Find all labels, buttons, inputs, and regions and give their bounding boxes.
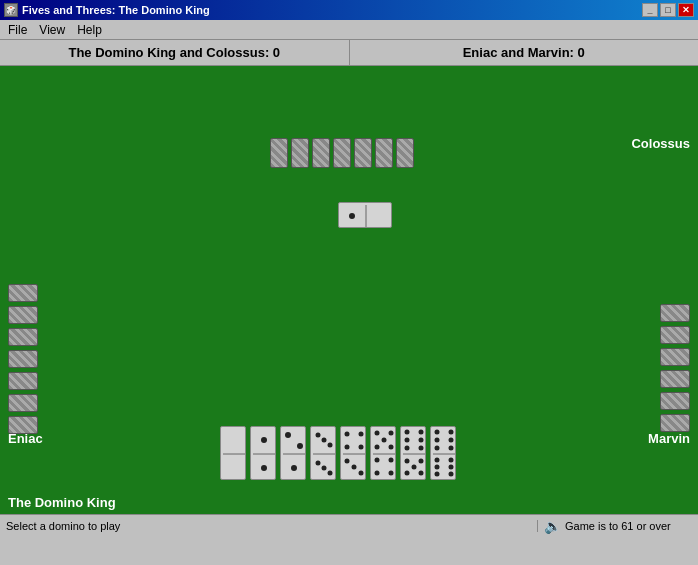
svg-point-46 <box>419 471 424 476</box>
svg-point-50 <box>435 438 440 443</box>
svg-point-20 <box>345 445 350 450</box>
svg-point-29 <box>375 445 380 450</box>
svg-point-49 <box>449 430 454 435</box>
svg-point-36 <box>405 430 410 435</box>
svg-point-14 <box>316 461 321 466</box>
king-tile-3[interactable] <box>310 426 336 480</box>
king-tile-2[interactable] <box>280 426 306 480</box>
svg-point-56 <box>435 465 440 470</box>
eniac-tile-1 <box>8 284 38 302</box>
game-area: Colossus Eniac Marvin The Domino King <box>0 66 698 514</box>
maximize-button[interactable]: □ <box>660 3 676 17</box>
king-tile-0[interactable] <box>220 426 246 480</box>
svg-point-28 <box>382 438 387 443</box>
score-left: The Domino King and Colossus: 0 <box>0 40 350 65</box>
svg-point-32 <box>389 458 394 463</box>
colossus-tile-6 <box>375 138 393 168</box>
svg-point-34 <box>389 471 394 476</box>
eniac-tile-4 <box>8 350 38 368</box>
king-tile-5[interactable] <box>370 426 396 480</box>
svg-point-39 <box>419 438 424 443</box>
svg-point-1 <box>349 213 355 219</box>
status-right: 🔈 Game is to 61 or over <box>538 518 698 534</box>
svg-point-45 <box>405 471 410 476</box>
svg-point-31 <box>375 458 380 463</box>
svg-point-58 <box>435 472 440 477</box>
status-bar: Select a domino to play 🔈 Game is to 61 … <box>0 514 698 536</box>
svg-point-37 <box>419 430 424 435</box>
svg-point-43 <box>419 459 424 464</box>
svg-point-22 <box>345 459 350 464</box>
eniac-tile-6 <box>8 394 38 412</box>
svg-point-19 <box>359 432 364 437</box>
menu-view[interactable]: View <box>33 21 71 39</box>
title-bar: 🎲 Fives and Threes: The Domino King _ □ … <box>0 0 698 20</box>
title-buttons[interactable]: _ □ ✕ <box>642 3 694 17</box>
king-tile-4[interactable] <box>340 426 366 480</box>
score-bar: The Domino King and Colossus: 0 Eniac an… <box>0 40 698 66</box>
king-tile-7[interactable] <box>430 426 456 480</box>
marvin-tile-1 <box>660 304 690 322</box>
svg-point-53 <box>449 446 454 451</box>
marvin-tile-3 <box>660 348 690 366</box>
svg-point-57 <box>449 465 454 470</box>
player-marvin: Marvin <box>648 431 690 446</box>
svg-point-15 <box>322 466 327 471</box>
svg-point-21 <box>359 445 364 450</box>
svg-point-23 <box>352 465 357 470</box>
menu-bar: File View Help <box>0 20 698 40</box>
marvin-tile-4 <box>660 370 690 388</box>
svg-point-54 <box>435 458 440 463</box>
svg-point-55 <box>449 458 454 463</box>
svg-point-18 <box>345 432 350 437</box>
menu-file[interactable]: File <box>2 21 33 39</box>
eniac-tile-5 <box>8 372 38 390</box>
svg-point-16 <box>328 471 333 476</box>
svg-point-7 <box>285 432 291 438</box>
app-icon: 🎲 <box>4 3 18 17</box>
king-tile-1[interactable] <box>250 426 276 480</box>
svg-point-40 <box>405 446 410 451</box>
colossus-tile-4 <box>333 138 351 168</box>
speaker-icon: 🔈 <box>544 518 561 534</box>
menu-help[interactable]: Help <box>71 21 108 39</box>
colossus-tile-5 <box>354 138 372 168</box>
title-bar-left: 🎲 Fives and Threes: The Domino King <box>4 3 210 17</box>
colossus-tile-1 <box>270 138 288 168</box>
svg-point-44 <box>412 465 417 470</box>
marvin-tile-5 <box>660 392 690 410</box>
svg-point-48 <box>435 430 440 435</box>
eniac-tile-3 <box>8 328 38 346</box>
player-colossus: Colossus <box>631 136 690 151</box>
close-button[interactable]: ✕ <box>678 3 694 17</box>
center-domino <box>338 202 392 228</box>
svg-point-4 <box>261 437 267 443</box>
svg-point-9 <box>291 465 297 471</box>
svg-point-26 <box>375 431 380 436</box>
svg-point-59 <box>449 472 454 477</box>
svg-point-12 <box>322 438 327 443</box>
svg-point-5 <box>261 465 267 471</box>
title-text: Fives and Threes: The Domino King <box>22 4 210 16</box>
svg-point-8 <box>297 443 303 449</box>
score-right: Eniac and Marvin: 0 <box>350 40 699 65</box>
minimize-button[interactable]: _ <box>642 3 658 17</box>
colossus-tile-2 <box>291 138 309 168</box>
svg-point-27 <box>389 431 394 436</box>
colossus-tile-3 <box>312 138 330 168</box>
svg-point-24 <box>359 471 364 476</box>
svg-point-52 <box>435 446 440 451</box>
svg-point-41 <box>419 446 424 451</box>
marvin-tile-2 <box>660 326 690 344</box>
game-status: Game is to 61 or over <box>565 520 671 532</box>
svg-point-51 <box>449 438 454 443</box>
svg-point-38 <box>405 438 410 443</box>
eniac-tile-7 <box>8 416 38 434</box>
player-domino-king: The Domino King <box>8 495 116 510</box>
svg-point-33 <box>375 471 380 476</box>
marvin-tile-6 <box>660 414 690 432</box>
svg-point-13 <box>328 443 333 448</box>
svg-point-11 <box>316 433 321 438</box>
king-tile-6[interactable] <box>400 426 426 480</box>
status-message: Select a domino to play <box>0 520 538 532</box>
